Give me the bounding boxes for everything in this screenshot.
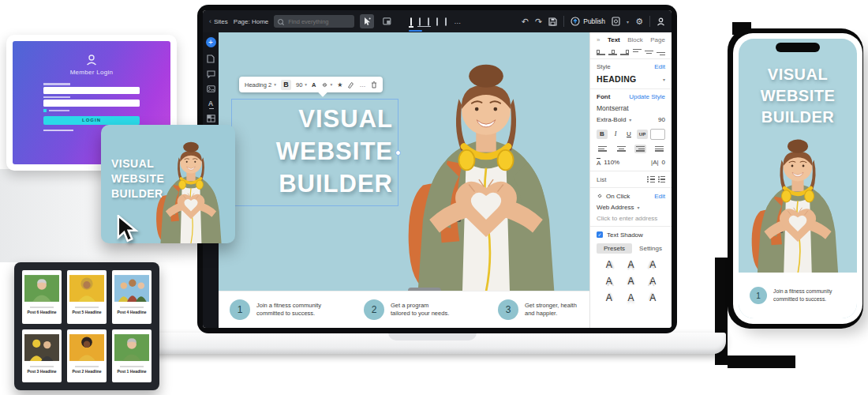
shadow-preset-option[interactable]: A (598, 259, 620, 270)
username-field[interactable] (43, 87, 140, 94)
post-card[interactable]: Post 3 Headline (22, 329, 62, 383)
password-field[interactable] (43, 100, 140, 107)
post-card[interactable]: Post 6 Headline (22, 270, 62, 324)
chevron-down-icon[interactable]: ▾ (663, 77, 665, 82)
numbered-list-icon[interactable] (658, 176, 665, 182)
font-size-dropdown[interactable]: 90 (296, 81, 302, 88)
align-top-icon[interactable] (633, 48, 642, 55)
add-element-button[interactable]: + (206, 37, 216, 47)
hero-woman-image[interactable] (373, 55, 589, 292)
search-box[interactable] (274, 15, 354, 28)
bold-button[interactable]: B (281, 80, 291, 90)
post-card[interactable]: Post 2 Headline (67, 329, 107, 383)
align-text-center-button[interactable] (615, 145, 627, 153)
login-button[interactable]: Login (43, 116, 140, 125)
bullet-list-icon[interactable] (647, 176, 654, 182)
presets-tab[interactable]: Presets (597, 243, 632, 254)
resize-handle-right[interactable] (395, 150, 401, 156)
shadow-preset-option[interactable]: A (620, 276, 642, 287)
pages-icon[interactable] (207, 55, 215, 63)
signup-link[interactable] (43, 130, 73, 132)
style-edit-link[interactable]: Edit (654, 63, 665, 70)
publish-button[interactable]: Publish (571, 17, 605, 26)
text-color-button[interactable]: A (312, 81, 316, 88)
tablet-landscape-preview-button[interactable] (436, 18, 438, 25)
address-placeholder[interactable]: Click to enter address (597, 215, 657, 222)
design-canvas[interactable]: Heading 2 ▾ B 90 ▾ A ▾ ★ … (219, 32, 589, 328)
sites-button[interactable]: Sites (214, 18, 228, 25)
redo-button[interactable]: ↷ (535, 17, 542, 26)
align-middle-icon[interactable] (645, 48, 653, 55)
shadow-preset-option[interactable]: A (598, 276, 620, 287)
phone-preview-button[interactable] (445, 18, 447, 25)
remember-me-row[interactable] (43, 109, 140, 112)
tab-block[interactable]: Block (627, 36, 643, 43)
selected-text-block[interactable]: VISUAL WEBSITE BUILDER (231, 99, 398, 206)
align-object-left-icon[interactable] (597, 48, 605, 55)
tablet-preview-button[interactable] (428, 18, 429, 25)
uppercase-toggle[interactable]: UP (637, 130, 648, 139)
web-address-dropdown[interactable]: Web Address (597, 204, 634, 211)
text-shadow-checkbox[interactable]: ✓ (597, 231, 603, 238)
shadow-preset-option[interactable]: A (620, 259, 642, 270)
search-input[interactable] (286, 17, 345, 26)
laptop-preview-button[interactable] (419, 18, 421, 25)
shadow-preset-option[interactable]: A (642, 259, 664, 270)
update-style-link[interactable]: Update Style (629, 93, 665, 100)
align-object-right-icon[interactable] (620, 48, 629, 55)
text-color-swatch[interactable] (650, 129, 665, 140)
more-devices-button[interactable]: … (454, 17, 462, 25)
align-text-right-button[interactable] (634, 145, 646, 153)
align-bottom-icon[interactable] (657, 48, 665, 55)
heading-style-dropdown[interactable]: Heading 2 (245, 81, 271, 88)
desktop-preview-button[interactable] (410, 18, 412, 25)
style-painter-icon[interactable] (347, 81, 354, 88)
shadow-preset-option[interactable]: A (642, 276, 664, 287)
collapse-panel-button[interactable]: » (597, 36, 600, 43)
page-menu[interactable]: Page: Home (234, 18, 268, 25)
style-dropdown-value[interactable]: HEADING (597, 74, 637, 84)
step-item-1[interactable]: 1 Join a fitness community committed to … (230, 299, 364, 320)
align-text-left-button[interactable] (597, 145, 608, 153)
text-tool-icon[interactable]: A (208, 100, 214, 107)
layout-grid-icon[interactable] (207, 115, 215, 122)
step-item-2[interactable]: 2 Get a program tailored to your needs. (364, 299, 498, 320)
tab-text[interactable]: Text (608, 36, 620, 43)
hero-heading-text[interactable]: VISUAL WEBSITE BUILDER (276, 103, 393, 200)
post-card[interactable]: Post 5 Headline (67, 270, 107, 324)
save-icon[interactable] (548, 17, 557, 26)
settings-tab[interactable]: Settings (636, 243, 665, 254)
letter-spacing-value[interactable]: 0 (662, 159, 665, 166)
media-icon[interactable] (207, 85, 215, 92)
preview-page-icon[interactable] (612, 17, 620, 26)
justify-text-button[interactable] (653, 145, 665, 153)
select-tool-button[interactable] (360, 14, 374, 28)
settings-gear-icon[interactable]: ⚙ (635, 17, 643, 26)
preview-caret-icon[interactable]: ▾ (627, 19, 629, 24)
account-avatar-icon[interactable] (657, 17, 665, 26)
bold-toggle[interactable]: B (597, 130, 608, 139)
layers-tool-button[interactable] (380, 14, 394, 28)
link-icon[interactable] (321, 81, 328, 88)
underline-toggle[interactable]: U (623, 130, 634, 139)
more-options-button[interactable]: … (359, 81, 366, 88)
font-name-dropdown[interactable]: Montserrat (597, 104, 629, 112)
delete-trash-icon[interactable] (371, 81, 377, 88)
post-card[interactable]: Post 4 Headline (112, 270, 152, 324)
font-weight-dropdown[interactable]: Extra-Bold (597, 116, 626, 123)
post-card[interactable]: Post 1 Headline (112, 329, 152, 383)
on-click-edit-link[interactable]: Edit (654, 193, 665, 200)
effects-star-icon[interactable]: ★ (337, 81, 342, 88)
align-object-center-icon[interactable] (608, 48, 617, 55)
step-item-3[interactable]: 3 Get stronger, health and happier. (498, 299, 589, 320)
steps-section[interactable]: 1 Join a fitness community committed to … (219, 291, 589, 328)
font-size-value[interactable]: 90 (658, 116, 665, 123)
shadow-preset-option[interactable]: A (620, 292, 642, 303)
line-height-value[interactable]: 110% (604, 159, 619, 166)
shadow-preset-option[interactable]: A (642, 292, 664, 303)
undo-button[interactable]: ↶ (522, 17, 529, 26)
tab-page[interactable]: Page (650, 36, 665, 43)
comments-icon[interactable] (207, 70, 215, 78)
shadow-preset-option[interactable]: A (598, 292, 620, 303)
italic-toggle[interactable]: I (610, 130, 621, 139)
